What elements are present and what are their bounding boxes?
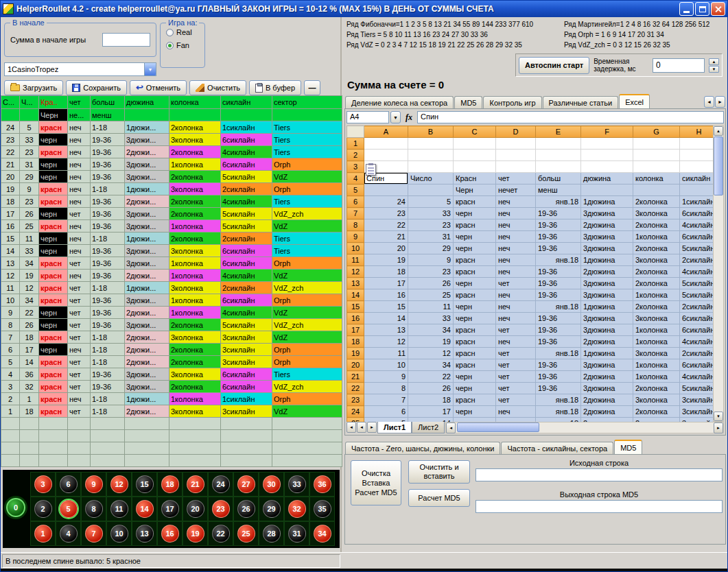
roulette-number-20[interactable]: 20 [187, 500, 204, 518]
excel-cell-B16[interactable]: 33 [408, 313, 454, 324]
excel-row-header-3[interactable]: 3 [347, 161, 364, 173]
excel-cell-H6[interactable]: 1сиклайн [680, 196, 718, 208]
excel-cell-E17[interactable]: 19-36 [536, 324, 581, 336]
excel-cell-H10[interactable]: 5сиклайн [680, 243, 718, 254]
excel-row-header-19[interactable]: 19 [347, 348, 364, 359]
excel-cell-A1[interactable] [364, 138, 408, 150]
roulette-number-34[interactable]: 34 [314, 525, 331, 543]
tab-main-2[interactable]: MD5 [454, 96, 482, 109]
excel-cell-B12[interactable]: 23 [408, 266, 454, 278]
excel-cell-G22[interactable]: 2колонка [633, 383, 680, 394]
excel-cell-F10[interactable]: 3дюжина [581, 243, 633, 254]
excel-cell-B3[interactable] [408, 161, 454, 173]
roulette-number-9[interactable]: 9 [85, 475, 103, 493]
excel-cell-A8[interactable]: 22 [364, 219, 408, 231]
excel-cell-F23[interactable]: 2дюжина [581, 394, 633, 406]
excel-cell-A15[interactable]: 15 [364, 301, 408, 313]
excel-cell-G15[interactable]: 2колонка [633, 301, 680, 313]
excel-cell-A23[interactable]: 7 [364, 394, 408, 406]
tab-scroll-left-icon[interactable]: ◄ [704, 96, 714, 108]
excel-cell-A12[interactable]: 18 [364, 266, 408, 278]
excel-cell-D18[interactable]: неч [496, 336, 536, 348]
excel-cell-H3[interactable] [680, 161, 718, 173]
excel-cell-D23[interactable]: чет [496, 394, 536, 406]
excel-cell-H8[interactable]: 4сиклайн [680, 219, 718, 231]
excel-row-header-6[interactable]: 6 [347, 196, 364, 208]
excel-cell-A11[interactable]: 19 [364, 254, 408, 266]
excel-row-header-9[interactable]: 9 [347, 231, 364, 243]
excel-cell-G24[interactable]: 2колонка [633, 406, 680, 418]
excel-column-header-A[interactable]: A [364, 126, 408, 138]
excel-row-header-2[interactable]: 2 [347, 150, 364, 161]
excel-cell-A14[interactable]: 16 [364, 289, 408, 301]
excel-cell-B18[interactable]: 19 [408, 336, 454, 348]
excel-cell-H12[interactable]: 4сиклайн [680, 266, 718, 278]
excel-cell-F1[interactable] [581, 138, 633, 150]
excel-row-header-23[interactable]: 23 [347, 394, 364, 406]
excel-cell-H14[interactable]: 5сиклайн [680, 289, 718, 301]
excel-cell-C18[interactable]: красн [454, 336, 496, 348]
excel-column-header-E[interactable]: E [536, 126, 581, 138]
close-button[interactable] [711, 2, 725, 16]
md5-source-input[interactable] [475, 468, 723, 481]
excel-cell-C15[interactable]: черн [454, 301, 496, 313]
md5-calc-button[interactable]: Расчет MD5 [408, 489, 470, 507]
hscroll-right-icon[interactable]: ► [714, 422, 723, 433]
excel-row-header-15[interactable]: 15 [347, 301, 364, 313]
excel-cell-E12[interactable]: 19-36 [536, 266, 581, 278]
excel-cell-D16[interactable]: неч [496, 313, 536, 324]
roulette-number-28[interactable]: 28 [263, 525, 281, 543]
paste-options-icon[interactable] [366, 164, 376, 176]
excel-cell-D13[interactable]: чет [496, 278, 536, 289]
excel-cell-C3[interactable] [454, 161, 496, 173]
excel-cell-E11[interactable]: янв.18 [536, 254, 581, 266]
excel-cell-F3[interactable] [581, 161, 633, 173]
formula-bar[interactable]: Спин [417, 111, 724, 123]
excel-cell-D20[interactable]: чет [496, 359, 536, 371]
excel-cell-G6[interactable]: 2колонка [633, 196, 680, 208]
delay-input[interactable] [653, 58, 705, 73]
tab-scroll-right-icon[interactable]: ► [715, 96, 725, 108]
excel-row-header-1[interactable]: 1 [347, 138, 364, 150]
excel-cell-A20[interactable]: 10 [364, 359, 408, 371]
excel-cell-G18[interactable]: 1колонка [633, 336, 680, 348]
excel-cell-F7[interactable]: 3дюжина [581, 208, 633, 219]
radio-option-real[interactable]: Real [166, 28, 204, 36]
roulette-number-31[interactable]: 31 [288, 525, 306, 543]
excel-cell-G8[interactable]: 2колонка [633, 219, 680, 231]
excel-cell-C1[interactable] [454, 138, 496, 150]
excel-cell-A6[interactable]: 24 [364, 196, 408, 208]
excel-cell-F11[interactable]: 1дюжина [581, 254, 633, 266]
excel-cell-B8[interactable]: 23 [408, 219, 454, 231]
excel-corner-cell[interactable] [347, 126, 364, 138]
excel-cell-A16[interactable]: 14 [364, 313, 408, 324]
tab-bottom-3[interactable]: MD5 [614, 440, 642, 455]
excel-cell-A13[interactable]: 17 [364, 278, 408, 289]
excel-cell-F5[interactable] [581, 184, 633, 196]
excel-row-header-4[interactable]: 4 [347, 173, 364, 184]
excel-cell-D1[interactable] [496, 138, 536, 150]
excel-cell-B23[interactable]: 18 [408, 394, 454, 406]
excel-cell-C22[interactable]: черн [454, 383, 496, 394]
sheet-next-icon[interactable]: ► [367, 422, 377, 433]
vertical-scrollbar[interactable]: ▲ ▼ [713, 126, 724, 422]
excel-cell-A19[interactable]: 11 [364, 348, 408, 359]
excel-cell-H4[interactable]: сиклайн [680, 173, 718, 184]
start-sum-input[interactable] [102, 33, 150, 47]
horizontal-scroll-thumb[interactable] [457, 422, 539, 432]
excel-cell-D17[interactable]: чет [496, 324, 536, 336]
roulette-number-3[interactable]: 3 [34, 475, 52, 493]
excel-column-header-F[interactable]: F [581, 126, 633, 138]
excel-cell-B10[interactable]: 29 [408, 243, 454, 254]
excel-cell-H16[interactable]: 6сиклайн [680, 313, 718, 324]
excel-cell-C8[interactable]: красн [454, 219, 496, 231]
excel-cell-F21[interactable]: 2дюжина [581, 371, 633, 383]
excel-cell-B15[interactable]: 11 [408, 301, 454, 313]
spin-down-icon[interactable]: ▼ [709, 66, 719, 73]
excel-cell-H2[interactable] [680, 150, 718, 161]
excel-cell-E7[interactable]: 19-36 [536, 208, 581, 219]
excel-cell-C17[interactable]: красн [454, 324, 496, 336]
excel-row-header-5[interactable]: 5 [347, 184, 364, 196]
tab-bottom-2[interactable]: Частота - сиклайны, сектора [501, 442, 613, 455]
excel-cell-G10[interactable]: 2колонка [633, 243, 680, 254]
